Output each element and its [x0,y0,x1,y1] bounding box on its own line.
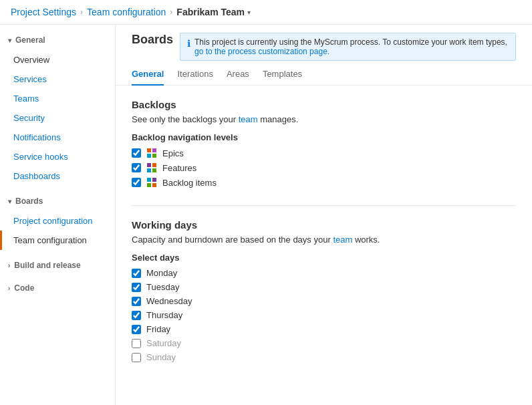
checkbox-features-input[interactable] [132,163,141,172]
checkbox-monday-input[interactable] [132,269,141,278]
svg-rect-3 [152,154,156,158]
sidebar: ▾ General Overview Services Teams Securi… [0,25,116,405]
svg-rect-5 [152,163,156,167]
select-days-label: Select days [132,253,516,263]
breadcrumb-sep-1: › [80,7,83,17]
checkbox-features: Features [132,162,516,173]
working-days-section: Working days Capacity and burndown are b… [116,206,532,380]
checkbox-tuesday: Tuesday [132,282,516,292]
svg-rect-10 [147,183,151,187]
working-days-description: Capacity and burndown are based on the d… [132,235,516,245]
backlog-items-icon [146,177,157,188]
svg-rect-2 [147,154,151,158]
sidebar-item-services[interactable]: Services [0,70,115,89]
sunday-label: Sunday [146,352,176,362]
backlogs-description: See only the backlogs your team manages. [132,114,516,124]
svg-rect-0 [147,148,151,152]
boards-title: Boards [132,33,173,47]
tab-general[interactable]: General [132,66,164,86]
sidebar-item-notifications[interactable]: Notifications [0,128,115,147]
checkbox-monday: Monday [132,268,516,278]
checkbox-saturday-input[interactable] [132,339,141,348]
friday-label: Friday [146,324,170,334]
svg-rect-8 [147,178,151,182]
svg-rect-4 [147,163,151,167]
backlogs-title: Backlogs [132,99,516,110]
sidebar-item-security[interactable]: Security [0,108,115,128]
caret-code-icon: › [8,285,10,292]
sidebar-section-general[interactable]: ▾ General [0,30,115,50]
breadcrumb-project-settings[interactable]: Project Settings [11,7,76,17]
breadcrumb-sep-2: › [170,7,172,17]
tab-areas[interactable]: Areas [227,66,249,86]
sidebar-item-service-hooks[interactable]: Service hooks [0,147,115,166]
saturday-label: Saturday [146,338,181,348]
checkbox-friday: Friday [132,324,516,334]
checkbox-saturday: Saturday [132,338,516,348]
sidebar-item-project-configuration[interactable]: Project configuration [0,211,115,231]
sidebar-section-code[interactable]: › Code [0,278,115,298]
breadcrumb-dropdown-icon[interactable]: ▾ [247,9,251,16]
breadcrumb-current: Fabrikam Team [176,7,245,17]
info-text: This project is currently using the MySc… [194,37,509,56]
checkbox-backlog-items: Backlog items [132,177,516,188]
sidebar-section-boards-label: Boards [15,196,43,206]
checkbox-tuesday-input[interactable] [132,283,141,292]
sidebar-section-build-release-label: Build and release [14,261,80,270]
monday-label: Monday [146,268,177,278]
thursday-label: Thursday [146,310,182,320]
checkbox-sunday: Sunday [132,352,516,362]
caret-general-icon: ▾ [8,37,11,44]
features-label: Features [162,163,196,173]
sidebar-section-code-label: Code [14,283,34,293]
main-layout: ▾ General Overview Services Teams Securi… [0,25,532,405]
checkbox-backlog-items-input[interactable] [132,178,141,187]
sidebar-item-teams[interactable]: Teams [0,89,115,108]
sidebar-item-team-configuration[interactable]: Team configuration [0,231,115,250]
info-banner: ℹ This project is currently using the My… [180,33,516,61]
working-days-team-link[interactable]: team [333,235,352,245]
checkbox-thursday-input[interactable] [132,311,141,320]
svg-rect-9 [152,178,156,182]
sidebar-item-overview[interactable]: Overview [0,50,115,70]
sub-tabs: General Iterations Areas Templates [116,61,532,86]
epics-label: Epics [162,148,184,158]
checkbox-sunday-input[interactable] [132,353,141,362]
sidebar-section-build-release[interactable]: › Build and release [0,255,115,275]
tuesday-label: Tuesday [146,282,179,292]
info-icon: ℹ [187,38,190,49]
svg-rect-1 [152,148,156,152]
tab-templates[interactable]: Templates [263,66,302,86]
checkbox-wednesday: Wednesday [132,296,516,306]
breadcrumb-team-configuration[interactable]: Team configuration [87,7,166,17]
caret-build-release-icon: › [8,262,10,269]
checkbox-wednesday-input[interactable] [132,297,141,306]
sidebar-section-boards[interactable]: ▾ Boards [0,191,115,211]
sidebar-item-dashboards[interactable]: Dashboards [0,166,115,186]
checkbox-thursday: Thursday [132,310,516,320]
checkbox-epics: Epics [132,148,516,158]
svg-rect-11 [152,183,156,187]
svg-rect-7 [152,168,156,172]
backlogs-team-link[interactable]: team [239,114,258,124]
info-link[interactable]: go to the process customization page. [194,47,329,56]
checkbox-epics-input[interactable] [132,148,141,158]
epics-icon [146,148,157,158]
content-area: Boards ℹ This project is currently using… [116,25,532,405]
breadcrumb: Project Settings › Team configuration › … [0,0,532,25]
sidebar-section-general-label: General [15,35,45,45]
boards-header: Boards ℹ This project is currently using… [116,25,532,61]
working-days-title: Working days [132,219,516,231]
wednesday-label: Wednesday [146,296,192,306]
svg-rect-6 [147,168,151,172]
nav-levels-label: Backlog navigation levels [132,132,516,142]
caret-boards-icon: ▾ [8,198,11,205]
tab-iterations[interactable]: Iterations [177,66,213,86]
features-icon [146,162,157,173]
checkbox-friday-input[interactable] [132,325,141,334]
backlog-items-label: Backlog items [162,178,217,188]
backlogs-section: Backlogs See only the backlogs your team… [116,86,532,205]
